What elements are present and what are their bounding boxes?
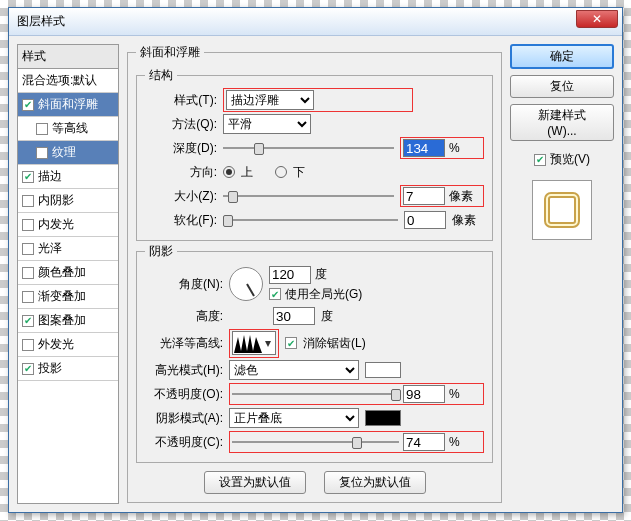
- shadow-mode-label: 阴影模式(A):: [145, 410, 223, 427]
- shadow-color-swatch[interactable]: [365, 410, 401, 426]
- reset-default-button[interactable]: 复位为默认值: [324, 471, 426, 494]
- blending-options-label: 混合选项:默认: [22, 72, 97, 89]
- blending-options-item[interactable]: 混合选项:默认: [18, 69, 118, 93]
- styles-item[interactable]: ✔图案叠加: [18, 309, 118, 333]
- style-item-label: 等高线: [52, 120, 88, 137]
- style-checkbox[interactable]: [22, 243, 34, 255]
- structure-label: 结构: [145, 67, 177, 84]
- soften-slider[interactable]: [223, 212, 398, 228]
- style-checkbox[interactable]: ✔: [22, 363, 34, 375]
- highlight-color-swatch[interactable]: [365, 362, 401, 378]
- gloss-highlight: ▾: [229, 329, 279, 358]
- style-item-label: 渐变叠加: [38, 288, 86, 305]
- shadow-opacity-unit: %: [449, 435, 481, 449]
- shadow-opacity-input[interactable]: [403, 433, 445, 451]
- highlight-mode-select[interactable]: 滤色: [229, 360, 359, 380]
- preview-checkbox[interactable]: ✔: [534, 154, 546, 166]
- preview-thumbnail: [532, 180, 592, 240]
- style-item-label: 外发光: [38, 336, 74, 353]
- shadow-opacity-label: 不透明度(C):: [145, 434, 223, 451]
- preview-label: 预览(V): [550, 151, 590, 168]
- antialias-checkbox[interactable]: ✔: [285, 337, 297, 349]
- titlebar[interactable]: 图层样式 ✕: [9, 8, 622, 36]
- size-unit: 像素: [449, 188, 481, 205]
- style-checkbox[interactable]: ✔: [22, 99, 34, 111]
- shadow-mode-row: 阴影模式(A): 正片叠底: [145, 406, 484, 430]
- style-item-label: 内阴影: [38, 192, 74, 209]
- direction-up-radio[interactable]: [223, 166, 235, 178]
- highlight-opacity-slider[interactable]: [232, 386, 399, 402]
- soften-input[interactable]: [404, 211, 446, 229]
- depth-unit: %: [449, 141, 481, 155]
- highlight-opacity-input[interactable]: [403, 385, 445, 403]
- antialias-label: 消除锯齿(L): [303, 335, 366, 352]
- gloss-contour-picker[interactable]: ▾: [232, 331, 276, 355]
- depth-input[interactable]: [403, 139, 445, 157]
- styles-item[interactable]: 纹理: [18, 141, 118, 165]
- angle-label: 角度(N):: [145, 276, 223, 293]
- technique-select[interactable]: 平滑: [223, 114, 311, 134]
- soften-row: 软化(F): 像素: [145, 208, 484, 232]
- style-checkbox[interactable]: [22, 291, 34, 303]
- styles-item[interactable]: 外发光: [18, 333, 118, 357]
- style-checkbox[interactable]: ✔: [22, 171, 34, 183]
- ok-button[interactable]: 确定: [510, 44, 614, 69]
- global-light-label: 使用全局光(G): [285, 286, 362, 303]
- depth-row: 深度(D): %: [145, 136, 484, 160]
- direction-down-radio[interactable]: [275, 166, 287, 178]
- highlight-opacity-unit: %: [449, 387, 481, 401]
- preview-toggle-row: ✔ 预览(V): [510, 151, 614, 168]
- styles-item[interactable]: ✔斜面和浮雕: [18, 93, 118, 117]
- depth-label: 深度(D):: [145, 140, 217, 157]
- style-checkbox[interactable]: [36, 123, 48, 135]
- new-style-button[interactable]: 新建样式(W)...: [510, 104, 614, 141]
- styles-item[interactable]: 内发光: [18, 213, 118, 237]
- style-checkbox[interactable]: [22, 195, 34, 207]
- style-item-label: 图案叠加: [38, 312, 86, 329]
- structure-group: 结构 样式(T): 描边浮雕 方法(Q): 平滑: [136, 67, 493, 241]
- size-slider[interactable]: [223, 188, 394, 204]
- angle-input[interactable]: [269, 266, 311, 284]
- shadow-opacity-slider[interactable]: [232, 434, 399, 450]
- technique-label: 方法(Q):: [145, 116, 217, 133]
- styles-item[interactable]: 等高线: [18, 117, 118, 141]
- style-checkbox[interactable]: [22, 219, 34, 231]
- center-column: 斜面和浮雕 结构 样式(T): 描边浮雕 方法(Q):: [127, 44, 502, 504]
- styles-item[interactable]: 颜色叠加: [18, 261, 118, 285]
- shading-group: 阴影 角度(N): 度 ✔ 使用全局光(G): [136, 243, 493, 463]
- highlight-opacity-label: 不透明度(O):: [145, 386, 223, 403]
- styles-item[interactable]: 内阴影: [18, 189, 118, 213]
- altitude-unit: 度: [321, 308, 333, 325]
- angle-dial[interactable]: [229, 267, 263, 301]
- altitude-input[interactable]: [273, 307, 315, 325]
- size-row: 大小(Z): 像素: [145, 184, 484, 208]
- global-light-checkbox[interactable]: ✔: [269, 288, 281, 300]
- style-checkbox[interactable]: ✔: [22, 315, 34, 327]
- styles-item[interactable]: 渐变叠加: [18, 285, 118, 309]
- cancel-button[interactable]: 复位: [510, 75, 614, 98]
- style-select[interactable]: 描边浮雕: [226, 90, 314, 110]
- shadow-mode-select[interactable]: 正片叠底: [229, 408, 359, 428]
- style-item-label: 描边: [38, 168, 62, 185]
- styles-item[interactable]: ✔描边: [18, 165, 118, 189]
- styles-item[interactable]: ✔投影: [18, 357, 118, 381]
- close-button[interactable]: ✕: [576, 10, 618, 28]
- style-checkbox[interactable]: [22, 267, 34, 279]
- style-checkbox[interactable]: [22, 339, 34, 351]
- style-item-label: 内发光: [38, 216, 74, 233]
- size-label: 大小(Z):: [145, 188, 217, 205]
- svg-rect-1: [547, 195, 577, 225]
- style-checkbox[interactable]: [36, 147, 48, 159]
- defaults-button-row: 设置为默认值 复位为默认值: [136, 463, 493, 494]
- highlight-mode-label: 高光模式(H):: [145, 362, 223, 379]
- depth-slider[interactable]: [223, 140, 394, 156]
- window-title: 图层样式: [17, 13, 65, 30]
- styles-item[interactable]: 光泽: [18, 237, 118, 261]
- soften-unit: 像素: [452, 212, 484, 229]
- size-input[interactable]: [403, 187, 445, 205]
- direction-up-label: 上: [241, 164, 253, 181]
- soften-label: 软化(F):: [145, 212, 217, 229]
- style-item-label: 颜色叠加: [38, 264, 86, 281]
- style-item-label: 投影: [38, 360, 62, 377]
- make-default-button[interactable]: 设置为默认值: [204, 471, 306, 494]
